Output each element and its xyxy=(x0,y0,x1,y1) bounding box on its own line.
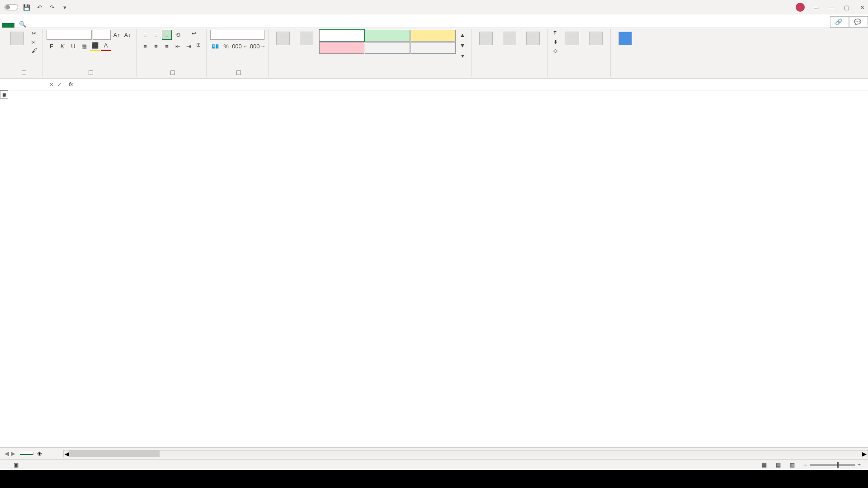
format-cells-button[interactable] xyxy=(522,30,544,46)
dialog-launcher-icon[interactable] xyxy=(22,70,26,75)
dialog-launcher-icon[interactable] xyxy=(89,70,93,75)
zoom-slider[interactable] xyxy=(810,464,855,466)
font-color-icon[interactable]: A xyxy=(101,41,111,51)
undo-icon[interactable]: ↶ xyxy=(35,3,43,11)
sum-icon: Σ xyxy=(553,30,557,37)
number-format-select[interactable] xyxy=(210,30,264,40)
currency-icon[interactable]: 💶 xyxy=(210,41,220,51)
wrap-text-button[interactable]: ↩ xyxy=(190,30,198,40)
paste-button[interactable] xyxy=(6,30,28,46)
merge-button[interactable]: ⊞ xyxy=(194,41,203,51)
scroll-left-icon[interactable]: ◀ xyxy=(65,450,69,457)
ideas-button[interactable] xyxy=(614,30,636,46)
save-icon[interactable]: 💾 xyxy=(23,3,31,11)
clear-button[interactable]: ◇ xyxy=(552,47,560,54)
style-scroll-down-icon[interactable]: ▼ xyxy=(458,40,467,50)
paste-icon xyxy=(10,32,24,45)
comments-button[interactable]: 💬 xyxy=(849,16,868,28)
font-size-select[interactable] xyxy=(93,30,111,40)
conditional-format-button[interactable] xyxy=(272,30,294,46)
scroll-thumb[interactable] xyxy=(69,450,160,457)
sheet-nav-first-icon[interactable]: ◀ xyxy=(5,450,9,457)
new-sheet-button[interactable]: ⊕ xyxy=(33,450,45,457)
align-center-icon[interactable]: ≡ xyxy=(151,41,161,51)
autosave-toggle[interactable] xyxy=(2,4,18,10)
eraser-icon: ◇ xyxy=(553,47,557,54)
bold-icon[interactable]: F xyxy=(47,41,57,51)
cancel-formula-icon[interactable]: ✕ xyxy=(49,81,54,88)
decrease-font-icon[interactable]: A↓ xyxy=(123,30,132,40)
cut-icon: ✂ xyxy=(32,30,36,37)
share-button[interactable]: 🔗 xyxy=(830,16,849,28)
worksheet-grid[interactable]: ▦ xyxy=(0,90,868,447)
align-left-icon[interactable]: ≡ xyxy=(140,41,150,51)
align-bottom-icon[interactable]: ≡ xyxy=(162,30,172,40)
format-icon xyxy=(526,32,540,45)
autosum-button[interactable]: Σ xyxy=(552,30,560,37)
scroll-right-icon[interactable]: ▶ xyxy=(862,450,867,457)
orientation-icon[interactable]: ⟲ xyxy=(173,30,183,40)
zoom-in-icon[interactable]: + xyxy=(858,462,861,468)
horizontal-scrollbar[interactable]: ◀ ▶ xyxy=(63,450,868,457)
autofill-options-button[interactable]: ▦ xyxy=(0,90,8,99)
align-right-icon[interactable]: ≡ xyxy=(162,41,172,51)
comment-icon: 💬 xyxy=(854,19,861,25)
delete-icon xyxy=(503,32,516,45)
zoom-out-icon[interactable]: − xyxy=(804,462,807,468)
group-ideas xyxy=(611,29,640,77)
border-icon[interactable]: ▦ xyxy=(79,41,89,51)
insert-cells-button[interactable] xyxy=(475,30,497,46)
cell-style-neutral[interactable] xyxy=(410,30,456,42)
view-normal-icon[interactable]: ▦ xyxy=(762,462,767,468)
fx-icon[interactable]: fx xyxy=(66,81,76,88)
file-tab[interactable] xyxy=(2,23,14,28)
fill-button[interactable]: ⬇ xyxy=(552,38,560,46)
qat-customize-icon[interactable]: ▾ xyxy=(61,3,69,11)
align-middle-icon[interactable]: ≡ xyxy=(151,30,161,40)
close-icon[interactable]: ✕ xyxy=(858,3,866,11)
redo-icon[interactable]: ↷ xyxy=(48,3,56,11)
italic-icon[interactable]: K xyxy=(57,41,67,51)
confirm-formula-icon[interactable]: ✓ xyxy=(57,81,62,88)
minimize-icon[interactable]: — xyxy=(827,3,835,11)
increase-font-icon[interactable]: A↑ xyxy=(112,30,122,40)
view-break-icon[interactable]: ▥ xyxy=(790,462,795,468)
find-select-button[interactable] xyxy=(585,30,607,46)
view-layout-icon[interactable]: ▤ xyxy=(776,462,781,468)
percent-icon[interactable]: % xyxy=(221,41,231,51)
ribbon-display-icon[interactable]: ▭ xyxy=(812,3,820,11)
underline-icon[interactable]: U xyxy=(68,41,78,51)
sheet-tab[interactable] xyxy=(20,452,33,455)
copy-button[interactable]: ⎘ xyxy=(30,38,39,46)
increase-indent-icon[interactable]: ⇥ xyxy=(184,41,193,51)
decrease-indent-icon[interactable]: ⇤ xyxy=(173,41,183,51)
dialog-launcher-icon[interactable] xyxy=(170,70,175,75)
format-as-table-button[interactable] xyxy=(296,30,317,46)
toggle-switch-icon[interactable] xyxy=(5,4,18,10)
avatar[interactable] xyxy=(796,3,805,12)
style-scroll-up-icon[interactable]: ▲ xyxy=(458,30,467,40)
delete-cells-button[interactable] xyxy=(499,30,520,46)
cell-style-ausgabe[interactable] xyxy=(365,42,410,54)
status-bar: ▣ ▦ ▤ ▥ − + xyxy=(0,459,868,470)
cut-button[interactable]: ✂ xyxy=(30,30,39,37)
group-cells xyxy=(472,29,548,77)
sheet-nav-last-icon[interactable]: ▶ xyxy=(11,450,15,457)
fill-color-icon[interactable]: ⬛ xyxy=(90,41,100,51)
cell-style-berechnung[interactable] xyxy=(410,42,456,54)
comma-icon[interactable]: 000 xyxy=(232,41,242,51)
font-name-select[interactable] xyxy=(47,30,92,40)
format-painter-button[interactable]: 🖌 xyxy=(30,47,39,54)
search-box[interactable]: 🔍 xyxy=(19,21,29,28)
decrease-decimal-icon[interactable]: .00→ xyxy=(254,41,264,51)
sort-filter-button[interactable] xyxy=(561,30,583,46)
macro-record-icon[interactable]: ▣ xyxy=(14,462,19,468)
maximize-icon[interactable]: ▢ xyxy=(843,3,851,11)
cell-style-schlecht[interactable] xyxy=(319,42,364,54)
cell-style-gut[interactable] xyxy=(365,30,410,42)
cond-format-icon xyxy=(276,32,290,45)
style-more-icon[interactable]: ▾ xyxy=(458,51,467,61)
cell-style-standard[interactable] xyxy=(319,30,364,42)
dialog-launcher-icon[interactable] xyxy=(236,70,241,75)
align-top-icon[interactable]: ≡ xyxy=(140,30,150,40)
